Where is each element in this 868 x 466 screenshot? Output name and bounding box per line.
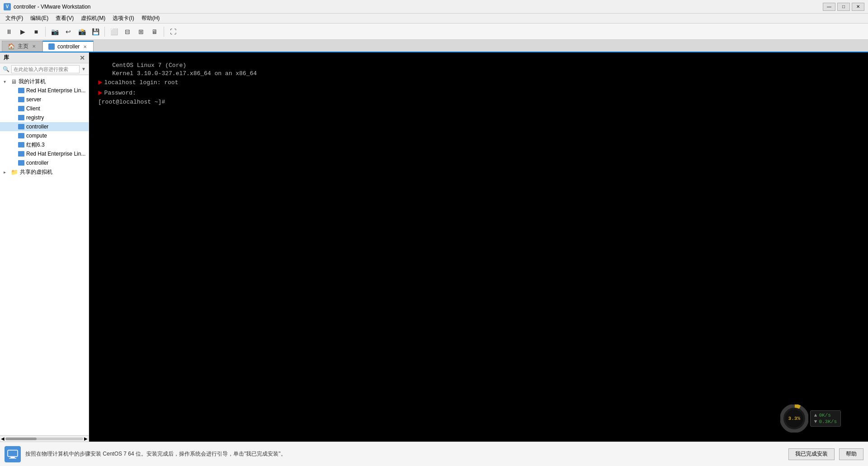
sidebar-item-label: 红帽6.3 <box>26 141 45 149</box>
help-button[interactable]: 帮助 <box>839 448 863 460</box>
toolbar-btn-screenshot[interactable]: 📷 <box>48 26 61 38</box>
cpu-gauge: 3.3% <box>780 404 808 433</box>
toolbar: ⏸ ▶ ■ 📷 ↩ 📸 💾 ⬜ ⊟ ⊞ 🖥 ⛶ <box>0 24 868 40</box>
close-button[interactable]: ✕ <box>852 3 864 11</box>
sidebar-close-btn[interactable]: ✕ <box>80 54 85 62</box>
sidebar-item-label: server <box>26 96 41 103</box>
menu-tab[interactable]: 选项卡(I) <box>109 14 137 23</box>
menu-vm[interactable]: 虚拟机(M) <box>77 14 109 23</box>
content-area: 库 ✕ 🔍 ▼ ▾ 🖥 我的计算机 Red Hat En <box>0 52 868 442</box>
vm-icon <box>48 43 55 50</box>
vm-terminal-area[interactable]: CentOS Linux 7 (Core) Kernel 3.10.0-327.… <box>89 52 868 442</box>
terminal-text-4: localhost login: root <box>104 79 179 87</box>
main-layout: 🏠 主页 ✕ controller ✕ 库 ✕ 🔍 ▼ <box>0 40 868 466</box>
sidebar-item-compute[interactable]: compute <box>0 131 89 140</box>
tab-controller[interactable]: controller ✕ <box>42 41 94 52</box>
toolbar-sep-3 <box>164 27 164 37</box>
sidebar-item-client[interactable]: Client <box>0 104 89 113</box>
toolbar-btn-snapshot[interactable]: 📸 <box>75 26 88 38</box>
terminal-line-4: ► localhost login: root <box>98 78 859 88</box>
sidebar-item-server[interactable]: server <box>0 95 89 104</box>
toolbar-btn-3[interactable]: ■ <box>30 26 42 38</box>
expand-icon: ▸ <box>4 170 9 175</box>
minimize-button[interactable]: — <box>823 3 835 11</box>
toolbar-btn-view4[interactable]: 🖥 <box>148 26 161 38</box>
tab-home-close[interactable]: ✕ <box>31 44 37 49</box>
status-bar: 按照在物理计算机中的步骤安装 CentOS 7 64 位。安装完成后，操作系统会… <box>0 442 868 466</box>
vm-icon <box>18 124 24 129</box>
terminal-line-2: Kernel 3.10.0-327.el7.x86_64 on an x86_6… <box>98 70 859 78</box>
sidebar-item-label: Red Hat Enterprise Lin... <box>26 87 85 94</box>
sidebar-item-redhat63[interactable]: 红帽6.3 <box>0 140 89 149</box>
vm-terminal: CentOS Linux 7 (Core) Kernel 3.10.0-327.… <box>89 52 868 442</box>
terminal-text-5: Password: <box>104 89 136 97</box>
net-up-value: 0K/s <box>819 413 830 418</box>
toolbar-sep-1 <box>45 27 46 37</box>
home-icon: 🏠 <box>8 43 15 50</box>
sidebar-item-my-computer[interactable]: ▾ 🖥 我的计算机 <box>0 77 89 86</box>
menu-file[interactable]: 文件(F) <box>2 14 27 23</box>
toolbar-btn-1[interactable]: ⏸ <box>3 26 15 38</box>
tab-controller-label: controller <box>57 43 80 50</box>
search-input[interactable] <box>11 65 80 73</box>
tab-bar: 🏠 主页 ✕ controller ✕ <box>0 40 868 52</box>
toolbar-btn-revert[interactable]: ↩ <box>62 26 75 38</box>
terminal-line-5: ► Password: <box>98 88 859 98</box>
tab-home[interactable]: 🏠 主页 ✕ <box>2 41 42 52</box>
terminal-line-1: CentOS Linux 7 (Core) <box>98 62 859 70</box>
sidebar-item-registry[interactable]: registry <box>0 113 89 122</box>
sidebar-item-redhat2[interactable]: Red Hat Enterprise Lin... <box>0 149 89 158</box>
menu-edit[interactable]: 编辑(E) <box>27 14 52 23</box>
net-up-icon: ▲ <box>814 413 817 418</box>
net-down-row: ▼ 0.3K/s <box>814 419 837 424</box>
computer-icon: 🖥 <box>11 78 17 85</box>
menu-help[interactable]: 帮助(H) <box>138 14 164 23</box>
sidebar-item-label: Client <box>26 105 40 112</box>
toolbar-btn-view2[interactable]: ⊟ <box>121 26 134 38</box>
search-dropdown-icon[interactable]: ▼ <box>81 67 86 71</box>
scroll-left-btn[interactable]: ◀ <box>1 436 5 441</box>
sidebar-item-label: controller <box>26 160 48 166</box>
maximize-button[interactable]: □ <box>837 3 850 11</box>
vm-icon <box>18 142 24 147</box>
sidebar-item-shared[interactable]: ▸ 📁 共享的虚拟机 <box>0 167 89 176</box>
search-icon: 🔍 <box>3 66 9 72</box>
sidebar-item-redhat1[interactable]: Red Hat Enterprise Lin... <box>0 86 89 95</box>
folder-icon: 📁 <box>11 169 18 176</box>
cpu-percent: 3.3% <box>788 416 800 421</box>
sidebar-item-label: 共享的虚拟机 <box>20 168 52 176</box>
status-description: 按照在物理计算机中的步骤安装 CentOS 7 64 位。安装完成后，操作系统会… <box>25 450 784 458</box>
toolbar-btn-fullscreen[interactable]: ⛶ <box>167 26 179 38</box>
toolbar-btn-view1[interactable]: ⬜ <box>108 26 120 38</box>
sidebar-title: 库 <box>4 54 9 62</box>
complete-install-button[interactable]: 我已完成安装 <box>788 448 835 460</box>
tab-controller-close[interactable]: ✕ <box>82 44 88 49</box>
title-bar: V controller - VMware Workstation — □ ✕ <box>0 0 868 14</box>
net-up-row: ▲ 0K/s <box>814 413 837 418</box>
menu-view[interactable]: 查看(V) <box>52 14 77 23</box>
sidebar: 库 ✕ 🔍 ▼ ▾ 🖥 我的计算机 Red Hat En <box>0 52 89 442</box>
status-vm-icon <box>5 446 21 462</box>
app-icon: V <box>4 3 11 10</box>
toolbar-btn-suspend[interactable]: 💾 <box>89 26 102 38</box>
scrollbar-thumb[interactable] <box>5 437 37 440</box>
vm-icon <box>18 88 24 93</box>
toolbar-btn-view3[interactable]: ⊞ <box>135 26 147 38</box>
menu-bar: 文件(F) 编辑(E) 查看(V) 虚拟机(M) 选项卡(I) 帮助(H) <box>0 14 868 24</box>
terminal-line-6: [root@localhost ~]# <box>98 98 859 106</box>
scroll-right-btn[interactable]: ▶ <box>84 436 88 441</box>
vm-icon <box>18 151 24 157</box>
vm-icon <box>18 133 24 138</box>
prompt-arrow-2: ► <box>98 88 103 98</box>
performance-overlay: 3.3% ▲ 0K/s ▼ 0.3K/s <box>780 404 841 433</box>
vm-icon <box>18 160 24 166</box>
sidebar-item-label: controller <box>26 124 48 130</box>
sidebar-item-controller[interactable]: controller <box>0 122 89 131</box>
window-controls[interactable]: — □ ✕ <box>823 3 864 11</box>
title-text: controller - VMware Workstation <box>14 4 823 10</box>
toolbar-btn-2[interactable]: ▶ <box>16 26 29 38</box>
vm-icon <box>18 106 24 111</box>
expand-icon: ▾ <box>4 79 9 84</box>
sidebar-hscroll[interactable]: ◀ ▶ <box>0 435 89 442</box>
sidebar-item-controller2[interactable]: controller <box>0 158 89 167</box>
